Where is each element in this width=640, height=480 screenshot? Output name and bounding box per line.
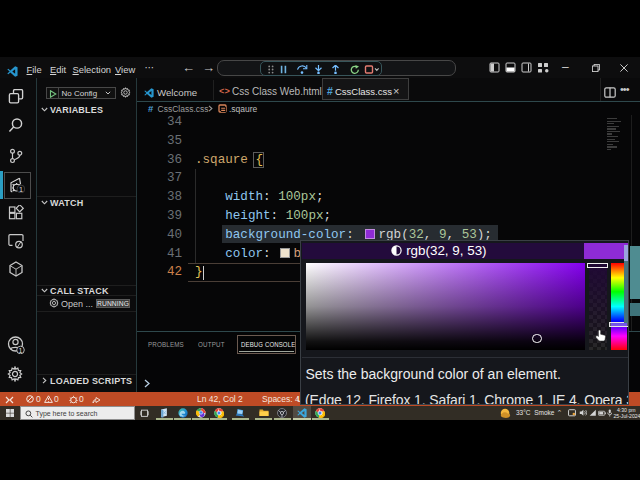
svg-text:1: 1 (19, 185, 23, 193)
svg-text:1: 1 (19, 347, 23, 354)
